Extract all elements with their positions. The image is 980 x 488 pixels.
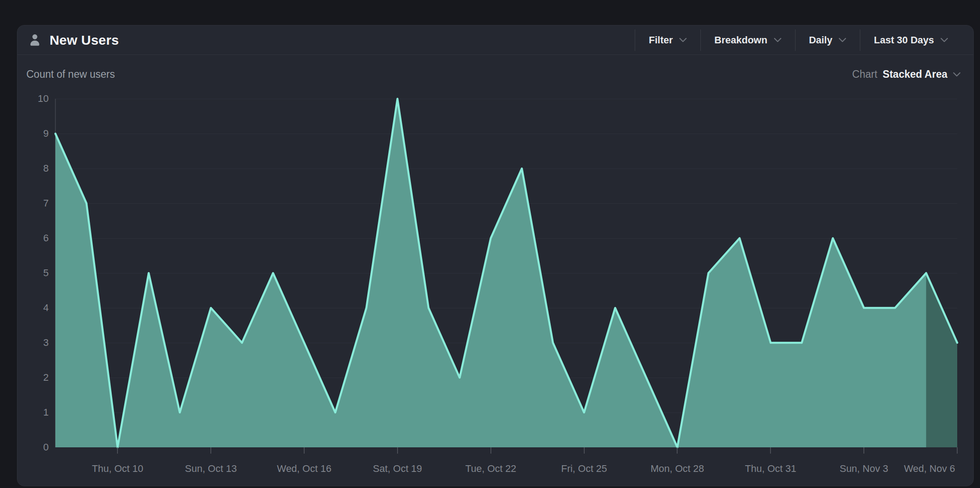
x-axis-label: Thu, Oct 10 [68, 463, 167, 475]
y-axis-label: 9 [21, 127, 49, 140]
y-axis-label: 3 [21, 337, 49, 349]
x-axis-label: Tue, Oct 22 [442, 463, 540, 475]
y-axis-label: 6 [21, 232, 49, 244]
y-axis-label: 7 [21, 197, 49, 210]
x-axis-label: Sat, Oct 19 [348, 463, 447, 475]
x-axis-ticks [117, 447, 957, 454]
y-axis-label: 8 [21, 162, 49, 175]
y-axis-label: 4 [21, 302, 49, 314]
y-axis-label: 1 [21, 406, 49, 419]
y-axis-label: 10 [21, 93, 49, 105]
x-axis-label: Wed, Oct 16 [255, 463, 353, 475]
x-axis-label: Mon, Oct 28 [628, 463, 726, 475]
x-axis-label: Fri, Oct 25 [535, 463, 633, 475]
x-axis-label: Wed, Nov 6 [880, 463, 979, 475]
x-axis-label: Thu, Oct 31 [721, 463, 820, 475]
y-axis-label: 2 [21, 371, 49, 384]
area-chart[interactable] [17, 25, 974, 487]
new-users-card: New Users Filter Breakdown Daily Last 30… [17, 25, 974, 486]
y-axis-label: 5 [21, 267, 49, 279]
x-axis-label: Sun, Oct 13 [162, 463, 260, 475]
y-axis-label: 0 [21, 441, 49, 454]
